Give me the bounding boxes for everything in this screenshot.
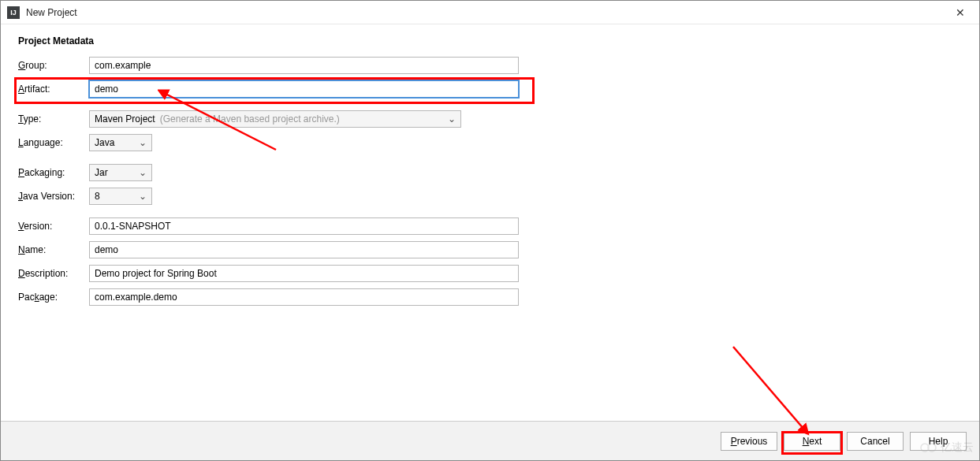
new-project-dialog: IJ New Project ✕ Project Metadata Group:… [0, 0, 980, 461]
type-hint: (Generate a Maven based project archive.… [160, 113, 340, 125]
packaging-row: Packaging: Jar ⌄ [18, 163, 962, 182]
section-title: Project Metadata [18, 35, 962, 46]
name-row: Name: [18, 240, 962, 259]
chevron-down-icon: ⌄ [446, 113, 457, 125]
button-bar: Previous Next Cancel Help [1, 421, 979, 460]
next-button[interactable]: Next [784, 432, 840, 451]
type-value: Maven Project [95, 113, 155, 125]
group-input[interactable] [89, 57, 519, 74]
type-select[interactable]: Maven Project (Generate a Maven based pr… [89, 110, 461, 128]
package-row: Package: [18, 288, 962, 307]
group-row: Group: [18, 56, 962, 75]
package-input[interactable] [89, 288, 519, 306]
chevron-down-icon: ⌄ [137, 167, 148, 178]
java-version-value: 8 [95, 191, 100, 202]
intellij-icon: IJ [7, 6, 20, 19]
packaging-value: Jar [95, 167, 108, 178]
description-row: Description: [18, 264, 962, 283]
name-input[interactable] [89, 241, 519, 258]
name-label: Name: [18, 244, 89, 255]
chevron-down-icon: ⌄ [137, 191, 148, 202]
previous-button[interactable]: Previous [721, 432, 777, 451]
version-input[interactable] [89, 217, 519, 235]
description-input[interactable] [89, 265, 519, 282]
cancel-button[interactable]: Cancel [847, 432, 904, 451]
artifact-row: Artifact: [18, 80, 962, 99]
help-button[interactable]: Help [910, 432, 967, 451]
packaging-select[interactable]: Jar ⌄ [89, 164, 152, 181]
type-label: Type: [18, 113, 89, 125]
java-version-select[interactable]: 8 ⌄ [89, 188, 152, 205]
type-row: Type: Maven Project (Generate a Maven ba… [18, 110, 962, 128]
group-label: Group: [18, 60, 89, 71]
window-title: New Project [26, 7, 948, 18]
language-label: Language: [18, 137, 89, 148]
description-label: Description: [18, 268, 89, 279]
close-icon[interactable]: ✕ [948, 3, 973, 22]
java-version-label: Java Version: [18, 191, 89, 202]
language-value: Java [95, 137, 114, 148]
artifact-input[interactable] [89, 80, 519, 98]
package-label: Package: [18, 292, 89, 303]
language-row: Language: Java ⌄ [18, 133, 962, 152]
language-select[interactable]: Java ⌄ [89, 134, 152, 151]
packaging-label: Packaging: [18, 167, 89, 178]
java-version-row: Java Version: 8 ⌄ [18, 187, 962, 206]
chevron-down-icon: ⌄ [137, 137, 148, 148]
version-label: Version: [18, 221, 89, 232]
titlebar: IJ New Project ✕ [1, 1, 979, 24]
dialog-content: Project Metadata Group: Artifact: Type: … [1, 24, 979, 421]
artifact-label: Artifact: [18, 84, 89, 95]
version-row: Version: [18, 217, 962, 236]
